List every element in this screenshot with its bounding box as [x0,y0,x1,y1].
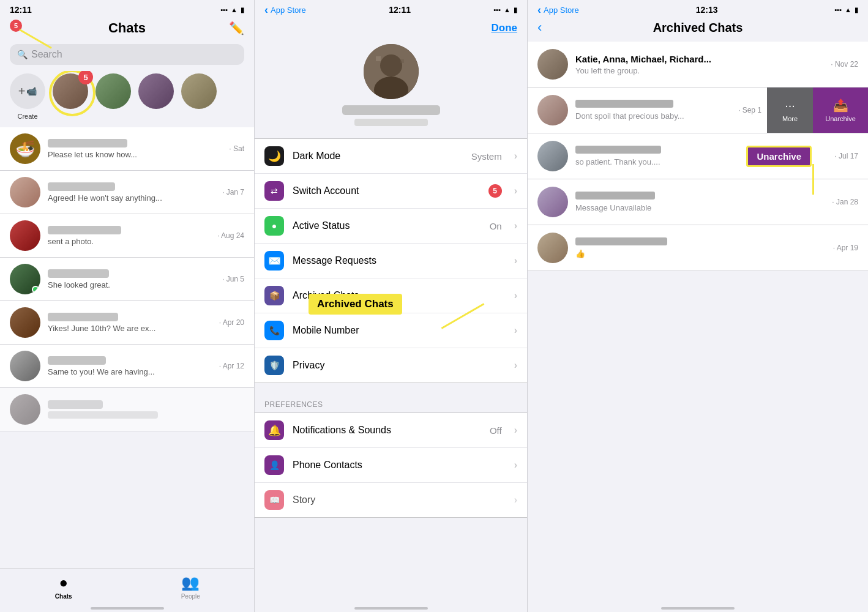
home-indicator-2 [354,607,428,610]
back-chevron-2: ‹ [264,4,268,17]
chat-item-4[interactable]: She looked great. · Jun 5 [0,258,254,301]
profile-avatar[interactable] [364,44,419,99]
switch-account-label: Switch Account [293,185,480,196]
archived-back-button[interactable]: ‹ [537,20,542,35]
done-button[interactable]: Done [492,22,518,34]
arch-name-1: Katie, Anna, Michael, Richard... [575,54,823,64]
status-time-1: 12:11 [10,5,32,15]
story-item-1[interactable]: 5 [53,73,88,113]
active-status-icon: ● [264,216,284,236]
arch-avatar-1 [537,49,568,80]
wifi-icon-3: ▲ [845,6,851,13]
settings-switch-account[interactable]: ⇄ Switch Account 5 › [255,174,527,209]
back-area-2[interactable]: ‹ App Store [264,4,306,17]
archived-item-2[interactable]: Dont spoil that precious baby... · Sep 1… [528,88,868,133]
mobile-number-label: Mobile Number [293,325,506,336]
search-bar[interactable]: 🔍 Search [10,44,244,65]
story-badge: 5 [78,71,93,84]
dark-mode-value: System [471,151,502,162]
create-label: Create [17,113,37,120]
phone-contacts-icon: 👤 [264,455,284,475]
dark-mode-chevron: › [514,151,517,162]
status-time-3: 12:13 [696,5,718,15]
arch-name-blur-3 [575,146,661,154]
people-tab-icon: 👥 [181,574,200,591]
chat-name-blur-6 [48,356,106,365]
settings-message-requests[interactable]: ✉️ Message Requests › [255,244,527,278]
notifications-label: Notifications & Sounds [293,425,481,436]
settings-active-status[interactable]: ● Active Status On › [255,209,527,244]
search-icon: 🔍 [17,50,28,59]
notifications-icon: 🔔 [264,420,284,440]
arch-avatar-5 [537,233,568,263]
chat-time-1: · Sat [229,144,244,153]
chat-content-1: Please let us know how... [48,139,222,159]
chat-preview-blur-7 [48,411,158,419]
chat-time-2: · Jan 7 [222,188,244,196]
chat-item-1[interactable]: 🍜 Please let us know how... · Sat [0,127,254,171]
chat-preview-6: Same to you! We are having... [48,367,212,376]
chat-item-5[interactable]: Yikes! June 10th? We are ex... · Apr 20 [0,301,254,345]
settings-archived-chats[interactable]: 📦 Archived Chats › [255,278,527,313]
settings-section-main: 🌙 Dark Mode System › ⇄ Switch Account 5 … [255,138,527,383]
settings-notifications[interactable]: 🔔 Notifications & Sounds Off › [255,413,527,448]
chat-item-7[interactable] [0,388,254,431]
chat-item-2[interactable]: Agreed! He won't say anything... · Jan 7 [0,171,254,214]
settings-dark-mode[interactable]: 🌙 Dark Mode System › [255,139,527,174]
chat-content-4: She looked great. [48,269,215,289]
archived-item-5[interactable]: 👍 · Apr 19 [528,225,868,271]
story-item-2[interactable] [95,73,131,113]
compose-button[interactable]: ✏️ [229,21,244,35]
story-label: Story [293,494,506,506]
status-bar-3: ‹ App Store 12:13 ▪▪▪ ▲ ▮ [528,0,868,17]
chat-content-7 [48,400,244,419]
tab-people[interactable]: 👥 People [169,574,212,600]
preferences-header: PREFERENCES [255,390,527,412]
arch-avatar-3 [537,141,568,171]
tab-chats[interactable]: ● Chats [42,574,85,600]
svg-rect-4 [400,59,404,63]
arch-name-blur-2 [575,100,673,108]
mobile-number-chevron: › [514,325,517,336]
settings-privacy[interactable]: 🛡️ Privacy › [255,348,527,382]
status-time-2: 12:11 [389,5,411,15]
settings-story[interactable]: 📖 Story › [255,483,527,517]
message-requests-label: Message Requests [293,255,506,266]
tab-bar: ● Chats 👥 People [0,569,254,612]
chat-time-3: · Aug 24 [217,231,244,240]
settings-mobile-number[interactable]: 📞 Mobile Number › [255,313,527,348]
chat-avatar-2 [10,177,40,207]
settings-phone-contacts[interactable]: 👤 Phone Contacts › [255,448,527,483]
story-item-3[interactable] [138,73,174,113]
notifications-chevron: › [514,425,517,436]
chat-time-4: · Jun 5 [222,275,244,283]
chat-avatar-5 [10,307,40,338]
signal-icon: ▪▪▪ [220,6,228,13]
story-chevron: › [514,494,517,506]
active-status-value: On [490,221,502,231]
chat-name-blur-2 [48,182,115,191]
chat-item-3[interactable]: sent a photo. · Aug 24 [0,214,254,258]
chat-item-6[interactable]: Same to you! We are having... · Apr 12 [0,345,254,388]
back-area-3[interactable]: ‹ App Store [537,4,579,17]
profile-name-blur [342,105,440,115]
chat-name-blur-1 [48,139,127,147]
archived-item-1[interactable]: Katie, Anna, Michael, Richard... You lef… [528,42,868,88]
privacy-icon: 🛡️ [264,356,284,375]
unarchive-action-label: Unarchive [825,115,856,122]
action-more-button[interactable]: ··· More [767,88,813,133]
status-icons-1: ▪▪▪ ▲ ▮ [220,6,244,14]
stories-row: + 📹 Create 5 [0,71,254,127]
message-requests-icon: ✉️ [264,251,284,271]
more-label: More [782,115,798,122]
action-unarchive-button[interactable]: 📤 Unarchive [813,88,868,133]
chat-name-blur-3 [48,226,121,234]
archived-item-3[interactable]: so patient. Thank you.... · Jul 17 [528,133,868,179]
battery-icon-2: ▮ [514,6,517,14]
story-create[interactable]: + 📹 Create [10,73,45,120]
archived-item-4[interactable]: Message Unavailable · Jan 28 [528,179,868,225]
arch-preview-5: 👍 [575,249,826,258]
arch-time-4: · Jan 28 [832,198,858,206]
message-requests-chevron: › [514,255,517,266]
story-item-4[interactable] [181,73,217,113]
